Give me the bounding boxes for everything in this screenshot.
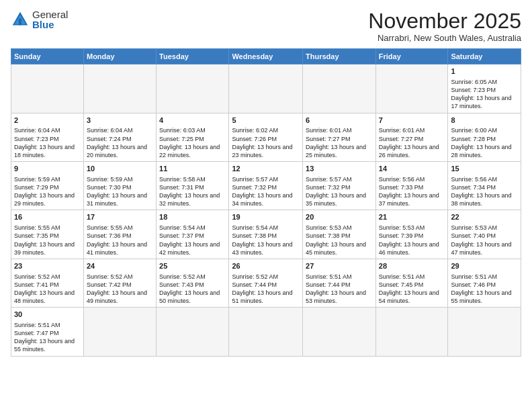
day-number: 3 bbox=[87, 116, 153, 126]
day-info: Sunrise: 5:52 AM Sunset: 7:43 PM Dayligh… bbox=[159, 273, 220, 304]
day-number: 28 bbox=[379, 261, 445, 271]
day-number: 7 bbox=[379, 116, 445, 126]
day-info: Sunrise: 5:51 AM Sunset: 7:45 PM Dayligh… bbox=[379, 273, 439, 304]
day-number: 22 bbox=[451, 212, 518, 222]
day-info: Sunrise: 5:52 AM Sunset: 7:41 PM Dayligh… bbox=[14, 273, 75, 304]
calendar-cell: 20Sunrise: 5:53 AM Sunset: 7:38 PM Dayli… bbox=[303, 210, 376, 259]
logo-general-text: General bbox=[32, 9, 68, 19]
day-info: Sunrise: 5:57 AM Sunset: 7:32 PM Dayligh… bbox=[232, 176, 292, 207]
calendar-cell: 27Sunrise: 5:51 AM Sunset: 7:44 PM Dayli… bbox=[303, 259, 376, 307]
calendar-cell: 22Sunrise: 5:53 AM Sunset: 7:40 PM Dayli… bbox=[448, 210, 521, 259]
calendar-week-row: 2Sunrise: 6:04 AM Sunset: 7:23 PM Daylig… bbox=[11, 113, 521, 161]
calendar-cell: 19Sunrise: 5:54 AM Sunset: 7:38 PM Dayli… bbox=[229, 210, 303, 259]
day-number: 8 bbox=[451, 116, 518, 126]
calendar-cell: 3Sunrise: 6:04 AM Sunset: 7:24 PM Daylig… bbox=[83, 113, 156, 161]
calendar-cell: 5Sunrise: 6:02 AM Sunset: 7:26 PM Daylig… bbox=[229, 113, 303, 161]
day-info: Sunrise: 6:05 AM Sunset: 7:23 PM Dayligh… bbox=[451, 79, 511, 109]
calendar-cell: 25Sunrise: 5:52 AM Sunset: 7:43 PM Dayli… bbox=[157, 259, 229, 307]
weekday-header-thursday: Thursday bbox=[303, 49, 376, 64]
day-info: Sunrise: 5:54 AM Sunset: 7:37 PM Dayligh… bbox=[159, 224, 220, 255]
calendar-week-row: 23Sunrise: 5:52 AM Sunset: 7:41 PM Dayli… bbox=[11, 259, 521, 307]
calendar-cell: 15Sunrise: 5:56 AM Sunset: 7:34 PM Dayli… bbox=[448, 162, 521, 210]
day-number: 27 bbox=[306, 261, 373, 271]
day-number: 4 bbox=[159, 116, 226, 126]
day-info: Sunrise: 6:04 AM Sunset: 7:23 PM Dayligh… bbox=[14, 127, 75, 158]
weekday-header-monday: Monday bbox=[83, 49, 156, 64]
day-info: Sunrise: 5:57 AM Sunset: 7:32 PM Dayligh… bbox=[306, 176, 366, 207]
day-number: 12 bbox=[232, 164, 300, 174]
day-number: 13 bbox=[306, 164, 373, 174]
calendar-week-row: 30Sunrise: 5:51 AM Sunset: 7:47 PM Dayli… bbox=[11, 308, 521, 356]
calendar-cell: 4Sunrise: 6:03 AM Sunset: 7:25 PM Daylig… bbox=[157, 113, 229, 161]
day-number: 30 bbox=[14, 310, 81, 320]
calendar-week-row: 16Sunrise: 5:55 AM Sunset: 7:35 PM Dayli… bbox=[11, 210, 521, 259]
day-info: Sunrise: 5:59 AM Sunset: 7:29 PM Dayligh… bbox=[14, 176, 75, 207]
title-block: November 2025 Narrabri, New South Wales,… bbox=[368, 9, 521, 43]
day-number: 16 bbox=[14, 212, 81, 222]
weekday-header-row: SundayMondayTuesdayWednesdayThursdayFrid… bbox=[11, 49, 521, 64]
logo-blue-text: Blue bbox=[32, 19, 68, 30]
day-info: Sunrise: 5:51 AM Sunset: 7:46 PM Dayligh… bbox=[451, 273, 511, 304]
logo-text: General Blue bbox=[32, 9, 68, 30]
day-number: 2 bbox=[14, 116, 81, 126]
calendar-cell bbox=[448, 308, 521, 356]
day-info: Sunrise: 5:54 AM Sunset: 7:38 PM Dayligh… bbox=[232, 224, 292, 255]
day-number: 9 bbox=[14, 164, 81, 174]
calendar-cell: 14Sunrise: 5:56 AM Sunset: 7:33 PM Dayli… bbox=[375, 162, 448, 210]
logo-icon bbox=[11, 10, 30, 29]
day-number: 21 bbox=[379, 212, 445, 222]
day-info: Sunrise: 6:03 AM Sunset: 7:25 PM Dayligh… bbox=[159, 127, 220, 158]
calendar-cell bbox=[157, 308, 229, 356]
day-number: 17 bbox=[87, 212, 153, 222]
day-number: 26 bbox=[232, 261, 300, 271]
calendar-cell: 7Sunrise: 6:01 AM Sunset: 7:27 PM Daylig… bbox=[375, 113, 448, 161]
weekday-header-saturday: Saturday bbox=[448, 49, 521, 64]
calendar-cell: 16Sunrise: 5:55 AM Sunset: 7:35 PM Dayli… bbox=[11, 210, 84, 259]
day-info: Sunrise: 5:56 AM Sunset: 7:34 PM Dayligh… bbox=[451, 176, 511, 207]
calendar-cell bbox=[229, 308, 303, 356]
calendar-cell: 2Sunrise: 6:04 AM Sunset: 7:23 PM Daylig… bbox=[11, 113, 84, 161]
day-number: 20 bbox=[306, 212, 373, 222]
calendar-cell: 1Sunrise: 6:05 AM Sunset: 7:23 PM Daylig… bbox=[448, 64, 521, 113]
day-number: 24 bbox=[87, 261, 153, 271]
calendar-cell: 21Sunrise: 5:53 AM Sunset: 7:39 PM Dayli… bbox=[375, 210, 448, 259]
day-info: Sunrise: 5:58 AM Sunset: 7:31 PM Dayligh… bbox=[159, 176, 220, 207]
day-number: 15 bbox=[451, 164, 518, 174]
location-text: Narrabri, New South Wales, Australia bbox=[368, 33, 521, 43]
calendar-cell bbox=[303, 308, 376, 356]
calendar-cell: 17Sunrise: 5:55 AM Sunset: 7:36 PM Dayli… bbox=[83, 210, 156, 259]
day-number: 11 bbox=[159, 164, 226, 174]
calendar-cell: 10Sunrise: 5:59 AM Sunset: 7:30 PM Dayli… bbox=[83, 162, 156, 210]
day-info: Sunrise: 5:55 AM Sunset: 7:36 PM Dayligh… bbox=[87, 224, 147, 255]
day-info: Sunrise: 5:55 AM Sunset: 7:35 PM Dayligh… bbox=[14, 224, 75, 255]
calendar-cell: 18Sunrise: 5:54 AM Sunset: 7:37 PM Dayli… bbox=[157, 210, 229, 259]
calendar-cell: 9Sunrise: 5:59 AM Sunset: 7:29 PM Daylig… bbox=[11, 162, 84, 210]
day-info: Sunrise: 5:51 AM Sunset: 7:44 PM Dayligh… bbox=[306, 273, 366, 304]
day-info: Sunrise: 5:56 AM Sunset: 7:33 PM Dayligh… bbox=[379, 176, 439, 207]
calendar-cell bbox=[375, 64, 448, 113]
day-info: Sunrise: 6:02 AM Sunset: 7:26 PM Dayligh… bbox=[232, 127, 292, 158]
calendar-cell bbox=[157, 64, 229, 113]
day-number: 23 bbox=[14, 261, 81, 271]
svg-rect-2 bbox=[19, 19, 21, 26]
calendar-cell: 26Sunrise: 5:52 AM Sunset: 7:44 PM Dayli… bbox=[229, 259, 303, 307]
weekday-header-tuesday: Tuesday bbox=[157, 49, 229, 64]
calendar-table: SundayMondayTuesdayWednesdayThursdayFrid… bbox=[11, 48, 521, 356]
day-number: 25 bbox=[159, 261, 226, 271]
calendar-cell: 12Sunrise: 5:57 AM Sunset: 7:32 PM Dayli… bbox=[229, 162, 303, 210]
day-info: Sunrise: 5:51 AM Sunset: 7:47 PM Dayligh… bbox=[14, 322, 75, 353]
calendar-cell: 30Sunrise: 5:51 AM Sunset: 7:47 PM Dayli… bbox=[11, 308, 84, 356]
day-info: Sunrise: 5:52 AM Sunset: 7:44 PM Dayligh… bbox=[232, 273, 292, 304]
logo: General Blue bbox=[11, 9, 68, 30]
day-info: Sunrise: 6:01 AM Sunset: 7:27 PM Dayligh… bbox=[306, 127, 366, 158]
calendar-cell bbox=[375, 308, 448, 356]
calendar-cell: 8Sunrise: 6:00 AM Sunset: 7:28 PM Daylig… bbox=[448, 113, 521, 161]
calendar-cell: 13Sunrise: 5:57 AM Sunset: 7:32 PM Dayli… bbox=[303, 162, 376, 210]
day-number: 10 bbox=[87, 164, 153, 174]
weekday-header-wednesday: Wednesday bbox=[229, 49, 303, 64]
page: General Blue November 2025 Narrabri, New… bbox=[0, 0, 532, 411]
day-number: 6 bbox=[306, 116, 373, 126]
day-number: 14 bbox=[379, 164, 445, 174]
calendar-week-row: 1Sunrise: 6:05 AM Sunset: 7:23 PM Daylig… bbox=[11, 64, 521, 113]
calendar-week-row: 9Sunrise: 5:59 AM Sunset: 7:29 PM Daylig… bbox=[11, 162, 521, 210]
